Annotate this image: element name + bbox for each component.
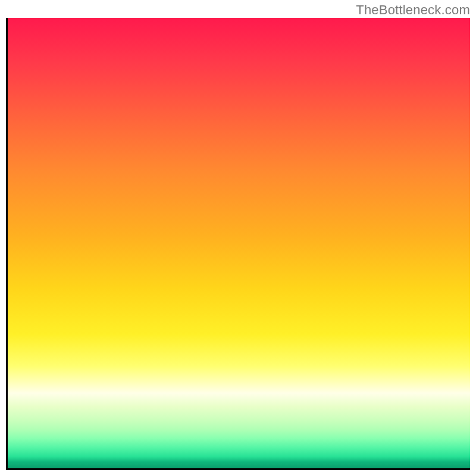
chart-container: TheBottleneck.com (0, 0, 476, 476)
watermark-text: TheBottleneck.com (356, 2, 470, 18)
background-gradient (6, 18, 470, 470)
plot-area (6, 18, 470, 470)
